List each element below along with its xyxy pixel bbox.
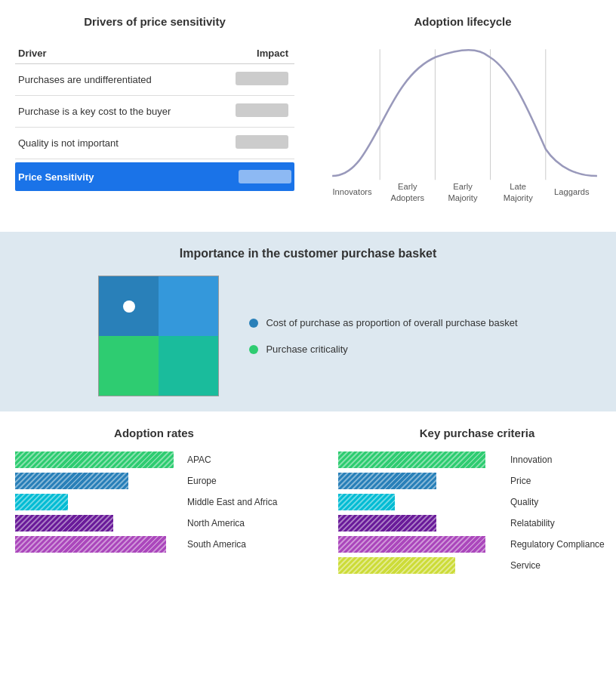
bar-row: Regulatory Compliance [338, 536, 616, 553]
bottom-section: Adoption rates APAC Europe Middle East a… [0, 411, 616, 590]
bar-row: Service [338, 557, 616, 574]
driver-table-row: Purchases are undifferentiated [15, 64, 294, 96]
impact-cell [216, 64, 294, 96]
bar-row: Europe [15, 473, 293, 489]
criteria-bar-chart: Innovation Price Quality Relatability Re [338, 451, 616, 575]
driver-cell: Purchases are undifferentiated [15, 64, 216, 96]
bar-hatch [338, 536, 485, 553]
bar [338, 557, 455, 574]
adoption-rates-title: Adoption rates [15, 427, 293, 439]
price-sensitivity-label: Price Sensitivity [18, 171, 94, 183]
bar [338, 451, 485, 468]
purchase-criteria-panel: Key purchase criteria Innovation Price Q… [331, 427, 616, 575]
bar-container [15, 451, 181, 468]
driver-cell: Quality is not important [15, 128, 216, 159]
driver-table: Driver Impact Purchases are undifferenti… [15, 43, 294, 159]
bar-row: Middle East and Africa [15, 494, 293, 510]
bar-container [15, 494, 181, 510]
lifecycle-svg: Innovators Early Adopters Early Majority… [325, 35, 601, 217]
legend-dot-2 [249, 345, 258, 354]
driver-cell: Purchase is a key cost to the buyer [15, 96, 216, 128]
bar [15, 536, 166, 553]
driver-col-header: Driver [15, 43, 216, 64]
svg-text:Majority: Majority [448, 193, 478, 202]
bar [338, 536, 485, 553]
impact-col-header: Impact [216, 43, 294, 64]
lifecycle-title: Adoption lifecycle [325, 15, 601, 28]
bar-label: Innovation [510, 455, 616, 465]
bar-hatch [338, 557, 455, 574]
bar-container [15, 515, 181, 532]
bar-hatch [15, 494, 68, 510]
adoption-rates-panel: Adoption rates APAC Europe Middle East a… [8, 427, 300, 575]
bar-label: South America [187, 539, 293, 550]
impact-badge [236, 135, 288, 149]
bar-hatch [15, 473, 128, 489]
quadrant-top-right [159, 276, 218, 336]
driver-table-row: Purchase is a key cost to the buyer [15, 96, 294, 128]
bar [15, 515, 113, 532]
bar-row: Innovation [338, 451, 616, 468]
driver-table-row: Quality is not important [15, 128, 294, 159]
bar-row: Price [338, 473, 616, 489]
quadrant-bottom-right [159, 336, 218, 396]
lifecycle-panel: Adoption lifecycle Innovators Early Adop… [310, 8, 616, 224]
quadrant-chart [98, 276, 219, 396]
bar-label: Service [510, 560, 616, 571]
bar [15, 494, 68, 510]
bar-hatch [338, 473, 436, 489]
legend-item-2: Purchase criticality [249, 344, 517, 355]
legend-text-1: Cost of purchase as proportion of overal… [266, 317, 517, 328]
price-sensitivity-row: Price Sensitivity [15, 162, 294, 191]
bar-row: North America [15, 515, 293, 532]
svg-text:Late: Late [510, 182, 526, 191]
bar-container [338, 473, 504, 489]
bar-container [338, 536, 504, 553]
bar-hatch [338, 494, 395, 510]
svg-text:Adopters: Adopters [390, 193, 424, 202]
bar-hatch [338, 515, 436, 532]
legend-text-2: Purchase criticality [266, 344, 347, 355]
impact-cell [216, 128, 294, 159]
legend-item-1: Cost of purchase as proportion of overal… [249, 317, 517, 328]
lifecycle-chart: Innovators Early Adopters Early Majority… [325, 35, 601, 217]
bar-hatch [338, 451, 485, 468]
bar-label: Regulatory Compliance [510, 539, 616, 550]
impact-badge [236, 72, 288, 85]
price-sensitivity-badge [239, 170, 291, 183]
bar [15, 473, 128, 489]
impact-badge [236, 103, 288, 117]
quadrant-top-left [99, 276, 159, 336]
svg-text:Laggards: Laggards [554, 188, 590, 197]
impact-cell [216, 96, 294, 128]
middle-title: Importance in the customer purchase bask… [23, 247, 593, 260]
bar-label: APAC [187, 455, 293, 465]
svg-text:Early: Early [398, 182, 417, 191]
bar-row: Relatability [338, 515, 616, 532]
bar-label: Relatability [510, 518, 616, 528]
bar [338, 494, 395, 510]
bar-hatch [15, 515, 113, 532]
bar-label: North America [187, 518, 293, 528]
chart-legend: Cost of purchase as proportion of overal… [249, 317, 517, 355]
bar [338, 515, 436, 532]
adoption-bar-chart: APAC Europe Middle East and Africa North… [15, 451, 293, 554]
bar-label: Middle East and Africa [187, 497, 293, 507]
legend-dot-1 [249, 319, 258, 328]
middle-section: Importance in the customer purchase bask… [0, 232, 616, 411]
bar-container [338, 515, 504, 532]
bar-container [338, 451, 504, 468]
bar-hatch [15, 536, 166, 553]
bar [338, 473, 436, 489]
bar-hatch [15, 451, 174, 468]
bar-container [15, 473, 181, 489]
purchase-criteria-title: Key purchase criteria [338, 427, 616, 439]
bar-container [338, 557, 504, 574]
quadrant-bottom-left [99, 336, 159, 396]
svg-text:Majority: Majority [504, 193, 534, 202]
bar-row: South America [15, 536, 293, 553]
middle-content: Cost of purchase as proportion of overal… [23, 276, 593, 396]
svg-text:Innovators: Innovators [333, 188, 373, 197]
bar-label: Quality [510, 497, 616, 507]
svg-text:Early: Early [453, 182, 473, 191]
